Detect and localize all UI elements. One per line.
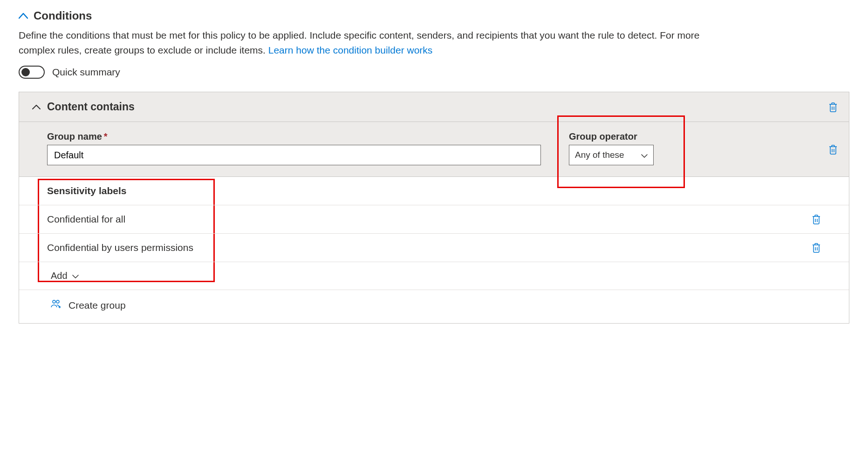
delete-group-icon[interactable] [828,144,838,155]
sensitivity-label-row: Confidential for all [19,205,849,234]
conditions-section-header[interactable]: Conditions [19,9,849,22]
sensitivity-label-row: Confidential by users permissions [19,234,849,262]
group-add-icon [51,299,62,311]
create-group-label: Create group [68,300,126,311]
toggle-knob [21,68,30,76]
group-config-row: Group name* Group operator Any of these [19,122,849,177]
learn-link[interactable]: Learn how the condition builder works [268,45,433,55]
create-group-button[interactable]: Create group [51,299,126,311]
sensitivity-labels-header: Sensitivity labels [19,177,849,205]
sensitivity-label-text: Confidential by users permissions [47,242,193,253]
sensitivity-label-text: Confidential for all [47,214,125,225]
quick-summary-label: Quick summary [52,67,120,78]
quick-summary-toggle[interactable] [19,66,45,79]
conditions-description: Define the conditions that must be met f… [19,28,718,57]
svg-point-1 [56,300,59,303]
group-operator-field: Group operator Any of these [569,131,654,165]
add-button[interactable]: Add [51,270,79,281]
svg-point-0 [53,300,55,303]
chevron-up-icon [32,101,41,112]
group-name-field: Group name* [47,131,541,165]
group-operator-label: Group operator [569,131,654,142]
group-operator-select[interactable]: Any of these [569,145,654,165]
group-name-input[interactable] [47,145,541,165]
chevron-down-icon [641,150,648,161]
required-star: * [104,131,108,142]
content-contains-header[interactable]: Content contains [19,92,849,122]
create-group-row: Create group [19,290,849,323]
chevron-up-icon [19,13,28,19]
conditions-title: Conditions [34,9,92,22]
group-operator-value: Any of these [575,150,624,160]
delete-condition-icon[interactable] [828,102,838,112]
quick-summary-toggle-row: Quick summary [19,66,849,79]
add-row: Add [19,262,849,290]
condition-container: Content contains Group name* Group opera… [19,92,849,324]
delete-label-icon[interactable] [812,214,821,224]
delete-label-icon[interactable] [812,243,821,253]
add-button-label: Add [51,270,68,281]
chevron-down-icon [72,270,79,281]
content-contains-title: Content contains [47,101,135,113]
group-name-label: Group name* [47,131,541,142]
